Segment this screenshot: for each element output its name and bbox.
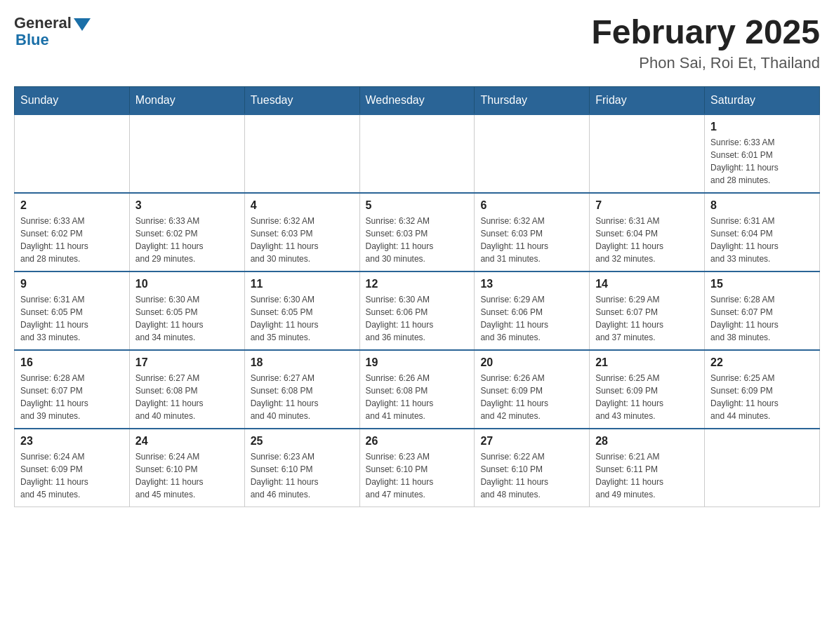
day-header-friday: Friday bbox=[590, 86, 705, 114]
month-title: February 2025 bbox=[591, 14, 820, 51]
day-number: 9 bbox=[20, 278, 124, 290]
calendar-cell: 17Sunrise: 6:27 AM Sunset: 6:08 PM Dayli… bbox=[129, 350, 244, 429]
day-info: Sunrise: 6:26 AM Sunset: 6:08 PM Dayligh… bbox=[366, 372, 469, 422]
day-info: Sunrise: 6:27 AM Sunset: 6:08 PM Dayligh… bbox=[251, 372, 354, 422]
day-header-wednesday: Wednesday bbox=[359, 86, 475, 114]
day-info: Sunrise: 6:31 AM Sunset: 6:05 PM Dayligh… bbox=[20, 293, 124, 344]
day-info: Sunrise: 6:25 AM Sunset: 6:09 PM Dayligh… bbox=[595, 372, 699, 422]
day-info: Sunrise: 6:31 AM Sunset: 6:04 PM Dayligh… bbox=[710, 215, 814, 265]
day-number: 20 bbox=[480, 356, 583, 369]
day-number: 17 bbox=[135, 356, 239, 369]
logo: General Blue bbox=[14, 14, 91, 49]
day-header-tuesday: Tuesday bbox=[244, 86, 359, 114]
week-row-2: 2Sunrise: 6:33 AM Sunset: 6:02 PM Daylig… bbox=[15, 193, 820, 271]
calendar-cell: 23Sunrise: 6:24 AM Sunset: 6:09 PM Dayli… bbox=[15, 429, 130, 507]
calendar-cell bbox=[475, 114, 590, 193]
day-info: Sunrise: 6:28 AM Sunset: 6:07 PM Dayligh… bbox=[710, 293, 814, 344]
calendar-cell bbox=[705, 429, 820, 507]
page-header: General Blue February 2025 Phon Sai, Roi… bbox=[14, 14, 820, 72]
calendar-cell bbox=[590, 114, 705, 193]
day-info: Sunrise: 6:29 AM Sunset: 6:07 PM Dayligh… bbox=[595, 293, 699, 344]
day-number: 1 bbox=[710, 121, 814, 133]
calendar-cell: 13Sunrise: 6:29 AM Sunset: 6:06 PM Dayli… bbox=[475, 271, 590, 350]
day-info: Sunrise: 6:30 AM Sunset: 6:05 PM Dayligh… bbox=[135, 293, 239, 344]
day-info: Sunrise: 6:23 AM Sunset: 6:10 PM Dayligh… bbox=[366, 450, 469, 501]
day-number: 27 bbox=[480, 435, 583, 448]
day-header-sunday: Sunday bbox=[15, 86, 130, 114]
calendar-cell bbox=[244, 114, 359, 193]
day-info: Sunrise: 6:29 AM Sunset: 6:06 PM Dayligh… bbox=[480, 293, 583, 344]
calendar-cell: 4Sunrise: 6:32 AM Sunset: 6:03 PM Daylig… bbox=[244, 193, 359, 271]
day-info: Sunrise: 6:32 AM Sunset: 6:03 PM Dayligh… bbox=[480, 215, 583, 265]
day-number: 16 bbox=[20, 356, 124, 369]
week-row-4: 16Sunrise: 6:28 AM Sunset: 6:07 PM Dayli… bbox=[15, 350, 820, 429]
day-number: 23 bbox=[20, 435, 124, 448]
calendar-table: SundayMondayTuesdayWednesdayThursdayFrid… bbox=[14, 86, 820, 507]
day-number: 22 bbox=[710, 356, 814, 369]
calendar-cell: 9Sunrise: 6:31 AM Sunset: 6:05 PM Daylig… bbox=[15, 271, 130, 350]
day-info: Sunrise: 6:24 AM Sunset: 6:09 PM Dayligh… bbox=[20, 450, 124, 501]
day-number: 25 bbox=[251, 435, 354, 448]
day-header-saturday: Saturday bbox=[705, 86, 820, 114]
calendar-cell bbox=[15, 114, 130, 193]
calendar-cell: 2Sunrise: 6:33 AM Sunset: 6:02 PM Daylig… bbox=[15, 193, 130, 271]
calendar-cell: 24Sunrise: 6:24 AM Sunset: 6:10 PM Dayli… bbox=[129, 429, 244, 507]
day-number: 3 bbox=[135, 199, 239, 212]
day-info: Sunrise: 6:21 AM Sunset: 6:11 PM Dayligh… bbox=[595, 450, 699, 501]
calendar-cell: 7Sunrise: 6:31 AM Sunset: 6:04 PM Daylig… bbox=[590, 193, 705, 271]
calendar-cell bbox=[129, 114, 244, 193]
calendar-cell: 20Sunrise: 6:26 AM Sunset: 6:09 PM Dayli… bbox=[475, 350, 590, 429]
day-info: Sunrise: 6:22 AM Sunset: 6:10 PM Dayligh… bbox=[480, 450, 583, 501]
calendar-cell: 28Sunrise: 6:21 AM Sunset: 6:11 PM Dayli… bbox=[590, 429, 705, 507]
calendar-cell: 12Sunrise: 6:30 AM Sunset: 6:06 PM Dayli… bbox=[359, 271, 475, 350]
day-info: Sunrise: 6:33 AM Sunset: 6:02 PM Dayligh… bbox=[135, 215, 239, 265]
day-info: Sunrise: 6:30 AM Sunset: 6:06 PM Dayligh… bbox=[366, 293, 469, 344]
day-info: Sunrise: 6:28 AM Sunset: 6:07 PM Dayligh… bbox=[20, 372, 124, 422]
day-number: 15 bbox=[710, 278, 814, 290]
day-number: 8 bbox=[710, 199, 814, 212]
calendar-cell: 14Sunrise: 6:29 AM Sunset: 6:07 PM Dayli… bbox=[590, 271, 705, 350]
day-number: 12 bbox=[366, 278, 469, 290]
day-number: 7 bbox=[595, 199, 699, 212]
day-number: 5 bbox=[366, 199, 469, 212]
calendar-cell: 10Sunrise: 6:30 AM Sunset: 6:05 PM Dayli… bbox=[129, 271, 244, 350]
day-info: Sunrise: 6:32 AM Sunset: 6:03 PM Dayligh… bbox=[251, 215, 354, 265]
day-info: Sunrise: 6:27 AM Sunset: 6:08 PM Dayligh… bbox=[135, 372, 239, 422]
calendar-cell: 3Sunrise: 6:33 AM Sunset: 6:02 PM Daylig… bbox=[129, 193, 244, 271]
day-info: Sunrise: 6:33 AM Sunset: 6:01 PM Dayligh… bbox=[710, 136, 814, 187]
day-info: Sunrise: 6:31 AM Sunset: 6:04 PM Dayligh… bbox=[595, 215, 699, 265]
calendar-cell: 16Sunrise: 6:28 AM Sunset: 6:07 PM Dayli… bbox=[15, 350, 130, 429]
day-number: 21 bbox=[595, 356, 699, 369]
calendar-cell: 26Sunrise: 6:23 AM Sunset: 6:10 PM Dayli… bbox=[359, 429, 475, 507]
day-number: 11 bbox=[251, 278, 354, 290]
day-info: Sunrise: 6:25 AM Sunset: 6:09 PM Dayligh… bbox=[710, 372, 814, 422]
day-info: Sunrise: 6:33 AM Sunset: 6:02 PM Dayligh… bbox=[20, 215, 124, 265]
day-info: Sunrise: 6:26 AM Sunset: 6:09 PM Dayligh… bbox=[480, 372, 583, 422]
day-header-thursday: Thursday bbox=[475, 86, 590, 114]
logo-general-text: General bbox=[14, 14, 72, 32]
day-number: 10 bbox=[135, 278, 239, 290]
calendar-cell: 15Sunrise: 6:28 AM Sunset: 6:07 PM Dayli… bbox=[705, 271, 820, 350]
calendar-cell bbox=[359, 114, 475, 193]
week-row-5: 23Sunrise: 6:24 AM Sunset: 6:09 PM Dayli… bbox=[15, 429, 820, 507]
calendar-cell: 19Sunrise: 6:26 AM Sunset: 6:08 PM Dayli… bbox=[359, 350, 475, 429]
day-number: 2 bbox=[20, 199, 124, 212]
day-number: 4 bbox=[251, 199, 354, 212]
calendar-cell: 27Sunrise: 6:22 AM Sunset: 6:10 PM Dayli… bbox=[475, 429, 590, 507]
week-row-3: 9Sunrise: 6:31 AM Sunset: 6:05 PM Daylig… bbox=[15, 271, 820, 350]
day-header-monday: Monday bbox=[129, 86, 244, 114]
calendar-cell: 5Sunrise: 6:32 AM Sunset: 6:03 PM Daylig… bbox=[359, 193, 475, 271]
logo-arrow-icon bbox=[74, 18, 91, 31]
calendar-header-row: SundayMondayTuesdayWednesdayThursdayFrid… bbox=[15, 86, 820, 114]
day-number: 18 bbox=[251, 356, 354, 369]
title-section: February 2025 Phon Sai, Roi Et, Thailand bbox=[591, 14, 820, 72]
day-number: 13 bbox=[480, 278, 583, 290]
calendar-cell: 11Sunrise: 6:30 AM Sunset: 6:05 PM Dayli… bbox=[244, 271, 359, 350]
day-number: 24 bbox=[135, 435, 239, 448]
calendar-cell: 21Sunrise: 6:25 AM Sunset: 6:09 PM Dayli… bbox=[590, 350, 705, 429]
day-number: 6 bbox=[480, 199, 583, 212]
day-number: 28 bbox=[595, 435, 699, 448]
day-info: Sunrise: 6:30 AM Sunset: 6:05 PM Dayligh… bbox=[251, 293, 354, 344]
calendar-cell: 8Sunrise: 6:31 AM Sunset: 6:04 PM Daylig… bbox=[705, 193, 820, 271]
day-number: 26 bbox=[366, 435, 469, 448]
